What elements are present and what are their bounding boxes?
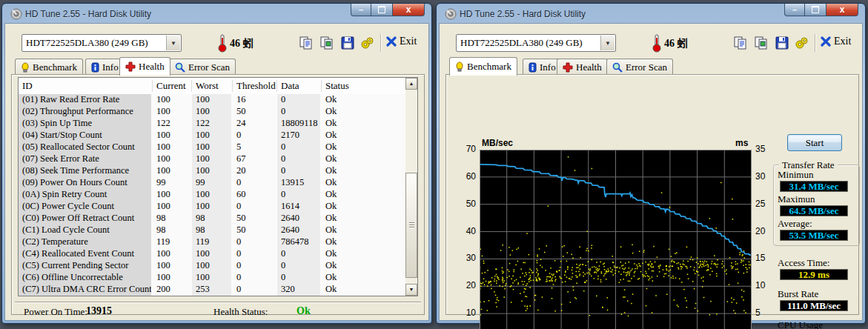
copy-image-icon <box>319 36 334 50</box>
cell-current: 98 <box>153 225 192 236</box>
cell-status: Ok <box>322 94 407 106</box>
scrollbar[interactable]: ▲ ▼ <box>405 78 417 296</box>
table-row[interactable]: (08) Seek Time Performance100100200Ok <box>19 165 405 177</box>
cell-data: 2170 <box>277 130 322 142</box>
table-row[interactable]: (02) Throughput Performance100100500Ok <box>19 106 405 118</box>
chevron-down-icon[interactable]: ▼ <box>166 36 180 50</box>
table-row[interactable]: (09) Power On Hours Count9999013915Ok <box>19 177 405 189</box>
tab-info[interactable]: Info <box>85 59 125 75</box>
table-row[interactable]: (C6) Offline Uncorrectable10010000Ok <box>19 272 405 284</box>
table-row[interactable]: (0A) Spin Retry Count100100600Ok <box>19 189 405 201</box>
cell-current: 100 <box>153 142 192 153</box>
drive-select[interactable]: HDT722525DLA380 (249 GB) ▼ <box>456 34 616 52</box>
scroll-thumb[interactable] <box>405 173 417 278</box>
table-row[interactable]: (C0) Power Off Retract Count9898502640Ok <box>19 213 405 225</box>
options-button[interactable] <box>359 35 377 51</box>
window-title: HD Tune 2.55 - Hard Disk Utility <box>25 9 151 19</box>
tab-benchmark-label: Benchmark <box>33 62 77 73</box>
copy-text-button[interactable] <box>732 35 749 51</box>
tab-health[interactable]: Health <box>557 59 608 75</box>
table-row[interactable]: (C4) Reallocated Event Count10010000Ok <box>19 248 405 260</box>
tab-health[interactable]: Health <box>119 57 170 76</box>
cell-current: 99 <box>153 177 192 189</box>
drive-select-value: HDT722525DLA380 (249 GB) <box>26 37 148 49</box>
table-header[interactable]: IDCurrentWorstThresholdDataStatus <box>19 78 405 95</box>
column-header-worst[interactable]: Worst <box>192 80 233 92</box>
power-on-time-value: 13915 <box>86 305 112 317</box>
info-icon <box>91 62 99 73</box>
table-row[interactable]: (01) Raw Read Error Rate100100160Ok <box>19 94 405 106</box>
cell-worst: 100 <box>192 130 233 142</box>
tab-benchmark[interactable]: Benchmark <box>15 59 83 75</box>
table-row[interactable]: (C7) Ultra DMA CRC Error Count2002530320… <box>19 284 405 296</box>
cell-threshold: 0 <box>233 272 277 284</box>
column-header-threshold[interactable]: Threshold <box>233 80 277 92</box>
average-value: 53.5 MB/sec <box>780 230 848 241</box>
copy-image-button[interactable] <box>752 35 770 51</box>
cell-current: 100 <box>153 189 192 201</box>
table-row[interactable]: (03) Spin Up Time1221222418809118Ok <box>19 118 405 130</box>
copy-icon <box>733 36 748 50</box>
client-area: HDT722525DLA380 (249 GB) ▼ 46 蚓 <box>439 23 863 321</box>
cell-worst: 99 <box>192 177 233 189</box>
cell-worst: 100 <box>192 260 233 272</box>
cell-data: 1614 <box>277 201 322 213</box>
magnifier-icon <box>175 62 185 73</box>
exit-label: Exit <box>834 36 851 47</box>
column-header-data[interactable]: Data <box>277 80 322 92</box>
table-row[interactable]: (C2) Temperature1191190786478Ok <box>19 236 405 248</box>
scroll-up-button[interactable]: ▲ <box>405 78 417 90</box>
y-left-tick: 20 <box>455 280 476 290</box>
chevron-down-icon[interactable]: ▼ <box>600 36 614 50</box>
maximum-value: 64.5 MB/sec <box>780 205 848 216</box>
cell-data: 0 <box>277 272 322 284</box>
tab-info[interactable]: Info <box>523 59 562 75</box>
table-row[interactable]: (C5) Current Pending Sector10010000Ok <box>19 260 405 272</box>
cell-status: Ok <box>322 177 407 189</box>
cell-current: 100 <box>153 272 192 284</box>
tab-error-scan[interactable]: Error Scan <box>606 59 673 75</box>
column-header-status[interactable]: Status <box>322 80 407 92</box>
exit-button[interactable]: Exit <box>386 36 417 47</box>
cell-worst: 98 <box>192 225 233 236</box>
start-button[interactable]: Start <box>787 134 842 151</box>
cell-current: 100 <box>153 260 192 272</box>
floppy-icon <box>775 36 789 50</box>
cell-data: 13915 <box>277 177 322 189</box>
cell-status: Ok <box>322 260 407 272</box>
toolbar-separator <box>815 34 816 52</box>
cell-data: 0 <box>277 106 322 118</box>
maximize-button[interactable] <box>805 4 826 16</box>
copy-image-button[interactable] <box>318 35 336 51</box>
exit-button[interactable]: Exit <box>821 36 851 47</box>
cell-threshold: 50 <box>233 106 277 118</box>
scroll-down-button[interactable]: ▼ <box>405 284 417 296</box>
table-row[interactable]: (04) Start/Stop Count10010002170Ok <box>19 130 405 142</box>
titlebar[interactable]: HD Tune 2.55 - Hard Disk Utility – x <box>4 6 429 23</box>
column-header-id[interactable]: ID <box>19 80 153 92</box>
drive-select[interactable]: HDT722525DLA380 (249 GB) ▼ <box>21 34 182 52</box>
copy-text-button[interactable] <box>297 35 315 51</box>
minimize-button[interactable]: – <box>784 4 805 16</box>
tab-info-label: Info <box>102 62 119 73</box>
minimize-button[interactable]: – <box>351 4 371 16</box>
health-status-label: Health Status: <box>213 306 268 318</box>
cell-worst: 100 <box>192 142 233 153</box>
table-row[interactable]: (0C) Power Cycle Count10010001614Ok <box>19 201 405 213</box>
tab-error-scan[interactable]: Error Scan <box>169 59 236 75</box>
titlebar[interactable]: HD Tune 2.55 - Hard Disk Utility – x <box>439 6 863 23</box>
save-button[interactable] <box>773 35 791 51</box>
maximize-button[interactable] <box>371 4 392 16</box>
cell-data: 0 <box>277 165 322 177</box>
options-button[interactable] <box>793 35 811 51</box>
save-button[interactable] <box>339 35 357 51</box>
cell-data: 0 <box>277 142 322 153</box>
table-row[interactable]: (C1) Load Cycle Count9898502640Ok <box>19 225 405 236</box>
tab-benchmark[interactable]: Benchmark <box>449 57 517 76</box>
column-header-current[interactable]: Current <box>153 80 192 92</box>
table-row[interactable]: (07) Seek Error Rate100100670Ok <box>19 153 405 165</box>
table-row[interactable]: (05) Reallocated Sector Count10010050Ok <box>19 142 405 153</box>
close-button[interactable]: x <box>392 4 425 16</box>
close-button[interactable]: x <box>826 4 858 16</box>
cell-status: Ok <box>322 130 407 142</box>
